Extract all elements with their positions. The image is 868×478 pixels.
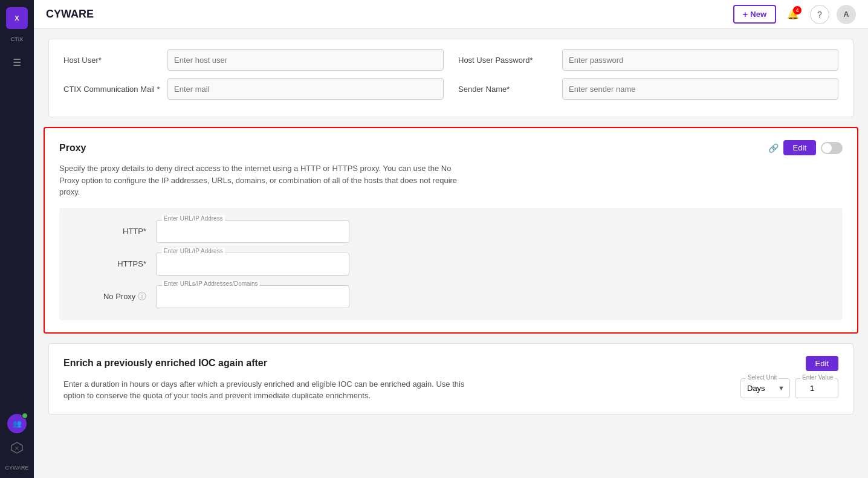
proxy-noproxy-input[interactable] [156,285,349,308]
proxy-https-input[interactable] [156,253,349,276]
avatar-label: A [843,10,849,19]
proxy-noproxy-input-wrap: Enter URLs/IP Addresses/Domains [156,285,349,308]
user-badge [22,413,28,419]
proxy-section: Proxy 🔗 Edit Specify the proxy details t… [44,127,858,334]
host-user-password-input[interactable] [562,49,838,71]
proxy-http-label: HTTP* [74,227,146,236]
notification-badge: 4 [793,6,802,15]
host-user-input[interactable] [167,49,444,71]
proxy-noproxy-label: No Proxy ⓘ [74,291,146,302]
sidebar-user-icon[interactable]: 👥 [7,414,27,433]
new-button[interactable]: + New [733,5,777,24]
sender-name-input[interactable] [562,78,838,100]
sidebar-product-label: CTIX [11,36,24,42]
ctix-mail-input[interactable] [167,78,444,100]
proxy-https-row: HTTPS* Enter URL/IP Address [74,253,828,276]
proxy-http-input[interactable] [156,220,349,243]
host-section: Host User* Host User Password* CTIX Comm… [48,39,853,117]
proxy-noproxy-row: No Proxy ⓘ Enter URLs/IP Addresses/Domai… [74,285,828,308]
proxy-https-field-label: Enter URL/IP Address [162,248,225,254]
enter-value-label: Enter Value [800,374,835,381]
proxy-https-input-wrap: Enter URL/IP Address [156,253,349,276]
enter-value-input[interactable] [795,379,838,398]
select-unit-label: Select Unit [746,374,779,381]
proxy-section-header: Proxy 🔗 Edit [59,140,843,155]
enrich-description: Enter a duration in hours or days after … [63,378,474,402]
info-icon[interactable]: ⓘ [138,291,146,301]
host-user-field: Host User* [63,49,444,71]
sidebar-cyware-label: CYWARE [5,465,28,471]
proxy-https-label: HTTPS* [74,259,146,268]
sidebar: X CTIX ☰ 👥 ✕ CYWARE [0,0,34,478]
main-container: CYWARE + New 🔔 4 ? A Host User* [34,0,868,478]
svg-text:✕: ✕ [15,445,19,451]
proxy-description: Specify the proxy details to deny direct… [59,163,470,198]
enrich-edit-button[interactable]: Edit [806,356,838,371]
app-title: CYWARE [46,8,726,21]
avatar-button[interactable]: A [837,5,856,24]
select-unit-dropdown[interactable]: Hours Days [741,379,789,398]
plus-icon: + [743,9,748,19]
user-icon: 👥 [13,419,22,428]
proxy-form-grid: HTTP* Enter URL/IP Address HTTPS* Enter … [59,208,843,320]
proxy-http-input-wrap: Enter URL/IP Address [156,220,349,243]
enter-value-wrap: Enter Value [795,378,838,398]
host-user-password-field: Host User Password* [458,49,838,71]
enrich-controls: Select Unit Hours Days ▼ Enter Value [740,378,838,398]
hamburger-icon[interactable]: ☰ [0,52,34,73]
proxy-noproxy-field-label: Enter URLs/IP Addresses/Domains [162,280,259,287]
proxy-section-actions: 🔗 Edit [768,140,843,155]
proxy-title: Proxy [59,143,86,153]
enrich-row: Enter a duration in hours or days after … [63,378,838,402]
host-user-password-label: Host User Password* [458,56,555,65]
proxy-http-row: HTTP* Enter URL/IP Address [74,220,828,243]
host-user-row: Host User* Host User Password* [63,49,838,71]
enrich-section-header: Enrich a previously enriched IOC again a… [63,356,838,371]
ctix-mail-field: CTIX Communication Mail * [63,78,444,100]
cyware-icon[interactable]: ✕ [7,438,27,457]
select-unit-wrap: Select Unit Hours Days ▼ [740,378,790,398]
sender-name-label: Sender Name* [458,85,555,94]
help-button[interactable]: ? [810,5,829,24]
host-user-label: Host User* [63,56,160,65]
question-icon: ? [817,10,822,19]
ctix-mail-label: CTIX Communication Mail * [63,85,160,94]
enrich-title: Enrich a previously enriched IOC again a… [63,358,267,369]
sidebar-logo[interactable]: X [6,7,28,29]
enrich-section: Enrich a previously enriched IOC again a… [48,343,853,415]
proxy-edit-button[interactable]: Edit [783,140,816,155]
proxy-http-field-label: Enter URL/IP Address [162,215,225,222]
sender-name-field: Sender Name* [458,78,838,100]
sidebar-logo-icon: X [15,15,19,22]
topbar: CYWARE + New 🔔 4 ? A [34,0,868,29]
ctix-mail-row: CTIX Communication Mail * Sender Name* [63,78,838,100]
link-icon: 🔗 [768,143,779,153]
notification-button[interactable]: 🔔 4 [783,5,803,24]
topbar-actions: + New 🔔 4 ? A [733,5,857,24]
proxy-toggle[interactable] [821,142,843,154]
new-button-label: New [750,10,766,19]
content-area: Host User* Host User Password* CTIX Comm… [34,29,868,478]
